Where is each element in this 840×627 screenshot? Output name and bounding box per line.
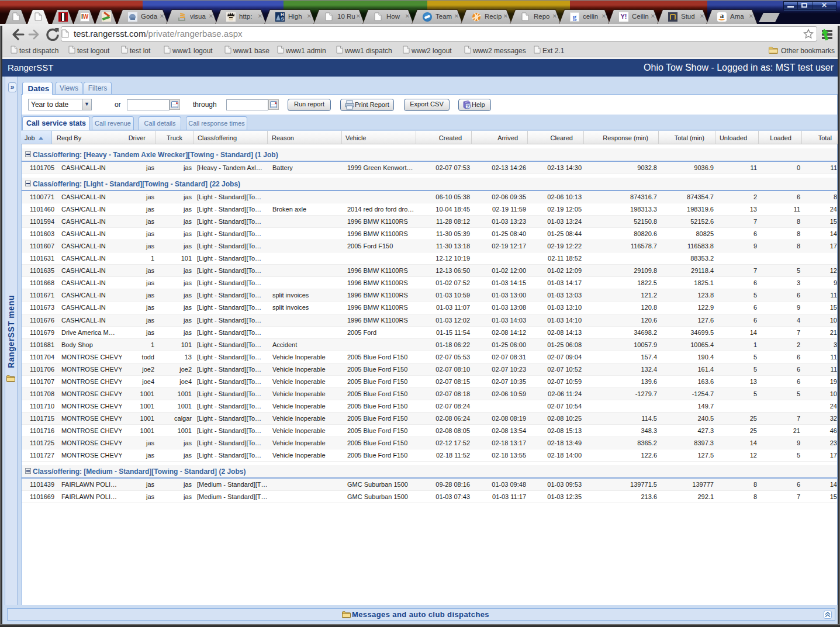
svg-text:?: ?	[466, 103, 470, 109]
